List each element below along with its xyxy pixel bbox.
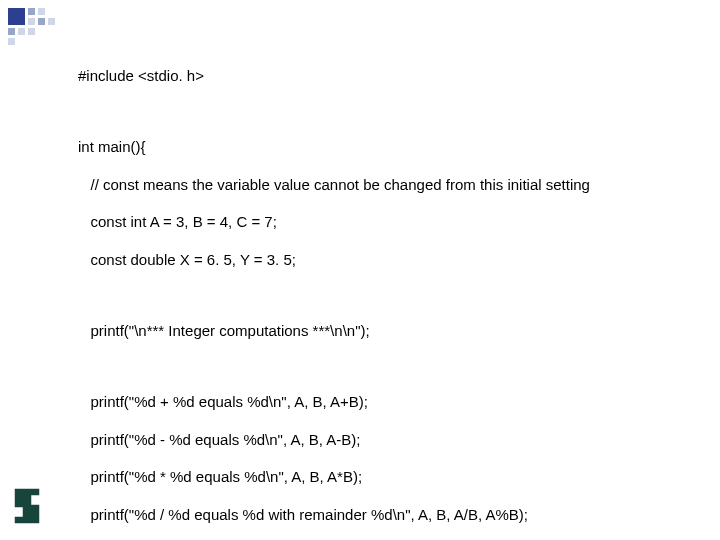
code-block: #include <stdio. h> int main(){ // const… [78, 48, 706, 540]
code-line: #include <stdio. h> [78, 67, 706, 86]
spartan-s-logo-icon [10, 486, 44, 526]
code-line: const int A = 3, B = 4, C = 7; [78, 213, 706, 232]
code-line: printf("\n*** Integer computations ***\n… [78, 322, 706, 341]
code-line: printf("%d * %d equals %d\n", A, B, A*B)… [78, 468, 706, 487]
code-line: printf("%d / %d equals %d with remainder… [78, 506, 706, 525]
slide-corner-decoration [8, 8, 55, 45]
code-line: printf("%d + %d equals %d\n", A, B, A+B)… [78, 393, 706, 412]
code-line: // const means the variable value cannot… [78, 176, 706, 195]
code-line: const double X = 6. 5, Y = 3. 5; [78, 251, 706, 270]
code-line: printf("%d - %d equals %d\n", A, B, A-B)… [78, 431, 706, 450]
code-line: int main(){ [78, 138, 706, 157]
